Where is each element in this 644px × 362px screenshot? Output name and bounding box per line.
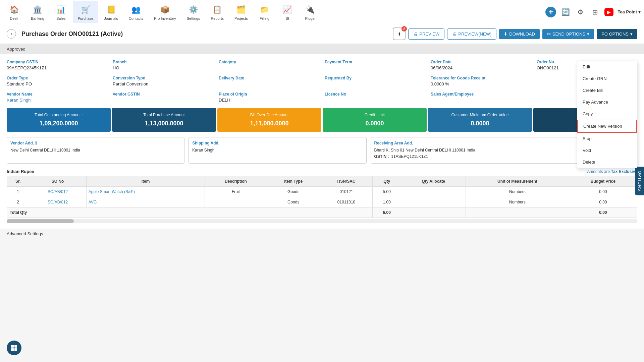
card-bill-overdue-value: 1,11,000.0000 bbox=[222, 120, 317, 127]
cell-so-no-2[interactable]: SO/AB/012 bbox=[29, 197, 87, 207]
nav-item-projects[interactable]: 🗂️ Projects bbox=[230, 1, 253, 23]
card-min-order-value: 0.0000 bbox=[433, 120, 527, 127]
scroll-thumb[interactable] bbox=[7, 219, 74, 223]
cell-item-type-1: Goods bbox=[267, 187, 320, 197]
preview-button[interactable]: 🖨 PREVIEW bbox=[408, 28, 444, 40]
nav-item-pro-inventory[interactable]: 📦 Pro Inventory bbox=[149, 1, 180, 23]
order-type-label: Order Type bbox=[7, 76, 107, 80]
dropdown-delete[interactable]: Delete bbox=[577, 156, 637, 168]
grid-view-icon[interactable]: ⊞ bbox=[590, 7, 600, 17]
dropdown-create-grn[interactable]: Create GRN bbox=[577, 73, 637, 84]
add-button[interactable]: + bbox=[545, 7, 556, 17]
refresh-icon[interactable]: 🔄 bbox=[560, 7, 571, 17]
preview-new-label: PREVIEW(NEW) bbox=[458, 32, 491, 37]
field-conversion-type: Conversion Type Partial Conversion bbox=[113, 76, 213, 86]
dropdown-copy[interactable]: Copy bbox=[577, 108, 637, 120]
col-so-no: SO No bbox=[29, 176, 87, 187]
cell-item-2[interactable]: AVG bbox=[86, 197, 205, 207]
nav-item-desk[interactable]: 🏠 Desk bbox=[3, 1, 25, 23]
nav-item-settings[interactable]: ⚙️ Settings bbox=[182, 1, 205, 23]
nav-items-container: 🏠 Desk 🏛️ Banking 📊 Sales 🛒 Purchase 📒 J… bbox=[3, 1, 545, 23]
nav-label-bi: BI bbox=[286, 16, 289, 20]
cell-qty-alloc-2 bbox=[401, 197, 466, 207]
card-total-purchase-title: Total Purchase Amount bbox=[117, 113, 211, 117]
send-options-button[interactable]: ✉ SEND OPTIONS ▾ bbox=[542, 29, 594, 39]
dropdown-pay-advance[interactable]: Pay Advance bbox=[577, 96, 637, 108]
col-hsn-sac: HSN/SAC bbox=[320, 176, 373, 187]
vendor-name-label: Vendor Name bbox=[7, 92, 107, 97]
po-options-button[interactable]: PO OPTIONS ▾ bbox=[597, 29, 637, 39]
vendor-address-title[interactable]: Vendor Add. ℹ bbox=[10, 141, 181, 145]
licence-no-label: Licence No bbox=[325, 92, 425, 97]
nav-label-banking: Banking bbox=[31, 16, 44, 20]
nav-item-plugin[interactable]: 🔌 Plugin bbox=[300, 1, 321, 23]
col-qty: Qty bbox=[373, 176, 401, 187]
user-menu[interactable]: Tea Point ▾ bbox=[618, 9, 641, 14]
nav-item-purchase[interactable]: 🛒 Purchase bbox=[73, 1, 98, 23]
col-sr: Sr. bbox=[7, 176, 29, 187]
vendor-address-box: Vendor Add. ℹ New Delhi Central DELHI 11… bbox=[7, 137, 184, 164]
cell-uom-1: Numbers bbox=[466, 187, 569, 197]
table-scrollbar[interactable] bbox=[7, 219, 637, 223]
branch-value: HO bbox=[113, 65, 213, 70]
nav-item-bi[interactable]: 📈 BI bbox=[277, 1, 298, 23]
order-type-value: Standard PO bbox=[7, 81, 107, 86]
nav-label-contacts: Contacts bbox=[129, 16, 143, 20]
tolerance-value: 0.0000 % bbox=[431, 81, 531, 86]
nav-item-banking[interactable]: 🏛️ Banking bbox=[26, 1, 49, 23]
po-options-chevron-icon: ▾ bbox=[630, 32, 633, 37]
shipping-address-label: Shipping Add. bbox=[192, 141, 219, 145]
dropdown-stop[interactable]: Stop bbox=[577, 133, 637, 144]
dropdown-create-new-version[interactable]: Create New Version bbox=[577, 120, 637, 133]
upload-badge: 8 bbox=[401, 26, 407, 32]
shipping-address-title[interactable]: Shipping Add. bbox=[192, 141, 363, 145]
plugin-icon: 🔌 bbox=[304, 4, 316, 16]
nav-label-settings: Settings bbox=[187, 16, 200, 20]
table-header-row: Indian Rupee Amounts are Tax Exclusive bbox=[7, 169, 637, 174]
cell-item-type-2: Goods bbox=[267, 197, 320, 207]
download-button[interactable]: ⬇ DOWNLOAD bbox=[499, 29, 540, 39]
payment-term-label: Payment Term bbox=[325, 60, 425, 64]
dropdown-edit[interactable]: Edit bbox=[577, 61, 637, 73]
nav-item-reports[interactable]: 📋 Reports bbox=[206, 1, 228, 23]
preview-label: PREVIEW bbox=[419, 32, 439, 37]
cell-sr-2: 2 bbox=[7, 197, 29, 207]
cell-so-no-1[interactable]: SO/AB/012 bbox=[29, 187, 87, 197]
cell-item-1[interactable]: Apple Smart Watch (S&P) bbox=[86, 187, 205, 197]
upload-button[interactable]: ⬆ 8 bbox=[393, 27, 406, 40]
sales-icon: 📊 bbox=[55, 4, 67, 16]
card-min-order: Customer Minimum Order Value 0.0000 bbox=[428, 108, 532, 132]
field-place-of-origin: Place of Origin DELHI bbox=[219, 92, 319, 103]
vendor-name-value[interactable]: Karan Singh bbox=[7, 98, 107, 103]
gstin-label: GSTIN : bbox=[374, 154, 389, 159]
nav-item-journals[interactable]: 📒 Journals bbox=[99, 1, 123, 23]
vendor-address-label: Vendor Add. bbox=[10, 141, 34, 145]
preview-new-button[interactable]: 🖨 PREVIEW(NEW) bbox=[447, 28, 496, 40]
tax-info: Amounts are Tax Exclusive bbox=[587, 169, 637, 174]
card-total-outstanding-value: 1,09,200.0000 bbox=[11, 120, 106, 127]
nav-item-contacts[interactable]: 👥 Contacts bbox=[124, 1, 148, 23]
back-button[interactable]: ‹ bbox=[7, 29, 16, 39]
branch-label: Branch bbox=[113, 60, 213, 64]
nav-item-filling[interactable]: 📁 Filling bbox=[254, 1, 275, 23]
cell-sr-1: 1 bbox=[7, 187, 29, 197]
status-bar: Approved bbox=[0, 44, 644, 54]
summary-cards: Total Outstanding Amount : 1,09,200.0000… bbox=[7, 108, 637, 132]
settings-gear-icon[interactable]: ⚙ bbox=[575, 7, 586, 17]
options-tab[interactable]: OPTIONS bbox=[635, 167, 644, 195]
vendor-gstin-label: Vendor GSTIN bbox=[113, 92, 213, 97]
po-options-dropdown: Edit Create GRN Create Bill Pay Advance … bbox=[577, 61, 637, 168]
dropdown-create-bill[interactable]: Create Bill bbox=[577, 84, 637, 96]
card-credit-limit-value: 0.0000 bbox=[327, 120, 422, 127]
nav-item-sales[interactable]: 📊 Sales bbox=[50, 1, 72, 23]
field-company-gstin: Company GSTIN 09ASEPQ2345K1Z1 bbox=[7, 60, 107, 70]
dropdown-void[interactable]: Void bbox=[577, 144, 637, 156]
preview-new-icon: 🖨 bbox=[452, 32, 457, 37]
info-grid-1: Company GSTIN 09ASEPQ2345K1Z1 Branch HO … bbox=[7, 60, 637, 70]
youtube-button[interactable]: ▶ bbox=[604, 8, 613, 16]
total-qty-value: 6.00 bbox=[373, 207, 401, 218]
sales-agent-label: Sales Agent/Employee bbox=[431, 92, 531, 97]
user-name: Tea Point bbox=[618, 9, 637, 14]
total-qty-alloc bbox=[401, 207, 466, 218]
page-title: Purchase Order ONO00121 (Active) bbox=[21, 31, 387, 38]
